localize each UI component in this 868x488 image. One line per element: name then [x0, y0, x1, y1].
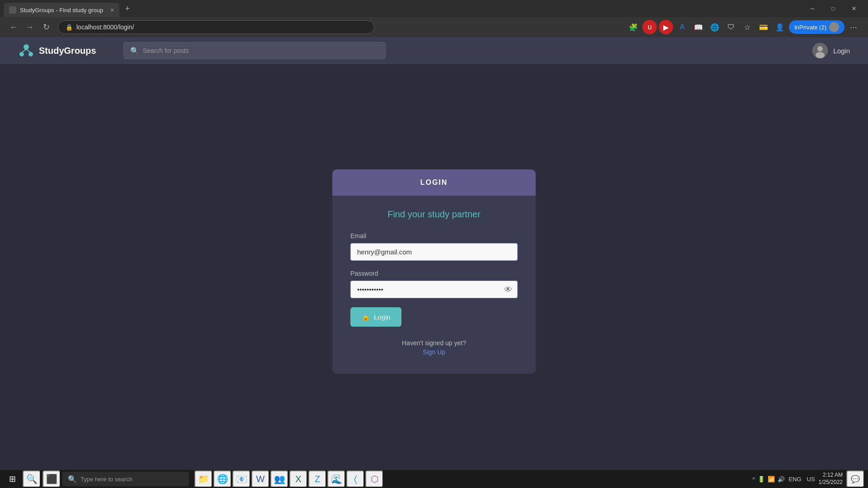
- login-link[interactable]: Login: [833, 47, 850, 55]
- email-label: Email: [350, 232, 518, 239]
- taskbar-vsstudio[interactable]: ⬡: [365, 470, 383, 488]
- notifications-button[interactable]: 💬: [846, 470, 864, 488]
- new-tab-button[interactable]: +: [121, 2, 133, 15]
- tab-close-button[interactable]: ×: [110, 7, 114, 13]
- taskbar-file-explorer[interactable]: 📁: [194, 470, 212, 488]
- globe-icon[interactable]: 🌐: [708, 20, 722, 34]
- svg-point-6: [817, 46, 823, 52]
- taskbar-word[interactable]: W: [251, 470, 269, 488]
- taskbar-right: ^ 🔋 📶 🔊 ENG US 2:12 AM 1/25/2022 💬: [752, 470, 864, 488]
- address-input[interactable]: 🔒 localhost:8000/login/: [58, 20, 374, 34]
- menu-button[interactable]: ⋯: [846, 20, 861, 34]
- lock-icon: 🔒: [66, 24, 73, 31]
- taskbar-chrome[interactable]: 🌐: [213, 470, 231, 488]
- password-input[interactable]: [350, 281, 518, 298]
- svg-point-2: [28, 52, 33, 56]
- restore-button[interactable]: □: [823, 0, 844, 17]
- card-subtitle: Find your study partner: [350, 209, 518, 220]
- network-icon: 📶: [768, 476, 775, 483]
- password-wrapper: 👁: [350, 281, 518, 298]
- taskbar-edge[interactable]: 🌊: [327, 470, 345, 488]
- refresh-button[interactable]: ↻: [40, 21, 52, 33]
- clock-time: 2:12 AM: [819, 472, 843, 479]
- forward-button[interactable]: →: [24, 21, 36, 33]
- lang-label: ENG: [788, 476, 801, 483]
- profile-icon[interactable]: 👤: [773, 20, 787, 34]
- app-name: StudyGroups: [39, 46, 96, 56]
- clock-date: 1/25/2022: [819, 479, 843, 486]
- toggle-password-button[interactable]: 👁: [504, 285, 512, 294]
- user-avatar[interactable]: [812, 43, 828, 58]
- nav-buttons: ← → ↻: [7, 21, 52, 33]
- lock-icon: 🔒: [361, 313, 370, 321]
- profile-avatar: [829, 22, 839, 32]
- back-button[interactable]: ←: [7, 21, 20, 33]
- region-label: US: [807, 476, 815, 483]
- translate-icon[interactable]: A: [675, 20, 689, 34]
- sound-icon: 🔊: [778, 476, 785, 483]
- login-button[interactable]: 🔒 Login: [350, 307, 401, 327]
- taskbar-excel[interactable]: X: [289, 470, 307, 488]
- ublock-icon[interactable]: u: [642, 20, 657, 34]
- tab-bar: StudyGroups - Find study group × + ─ □ ✕: [0, 0, 868, 17]
- email-input[interactable]: [350, 243, 518, 261]
- login-button-label: Login: [374, 313, 391, 321]
- svg-point-7: [816, 52, 825, 58]
- url-display: localhost:8000/login/: [76, 23, 134, 31]
- taskbar-search-bar[interactable]: 🔍 Type here to search: [62, 472, 189, 486]
- sys-tray-expand[interactable]: ^: [752, 476, 755, 483]
- readinglist-icon[interactable]: 📖: [691, 20, 706, 34]
- address-bar: ← → ↻ 🔒 localhost:8000/login/ 🧩 u ▶ A 📖 …: [0, 17, 868, 37]
- inprivate-button[interactable]: InPrivate (2): [789, 20, 844, 34]
- eye-icon: 👁: [504, 285, 512, 294]
- svg-line-4: [26, 49, 31, 52]
- favorites-icon[interactable]: ☆: [740, 20, 755, 34]
- active-tab[interactable]: StudyGroups - Find study group ×: [4, 3, 119, 17]
- search-bar[interactable]: 🔍: [123, 42, 386, 59]
- taskbar-taskview-button[interactable]: ⬛: [42, 470, 61, 488]
- taskbar-search-placeholder: Type here to search: [80, 476, 132, 483]
- sys-tray: ^ 🔋 📶 🔊: [752, 476, 785, 483]
- taskbar-vscode[interactable]: 〈: [346, 470, 364, 488]
- password-label: Password: [350, 270, 518, 277]
- email-group: Email: [350, 232, 518, 261]
- app-logo: StudyGroups: [18, 42, 96, 59]
- taskbar-teams[interactable]: 👥: [270, 470, 288, 488]
- avatar-icon: [812, 43, 828, 58]
- taskbar-apps: 📁 🌐 📧 W 👥 X Z 🌊 〈 ⬡: [194, 470, 383, 488]
- taskbar-search-button[interactable]: 🔍: [23, 470, 41, 488]
- logo-icon: [18, 42, 34, 59]
- browser-chrome: StudyGroups - Find study group × + ─ □ ✕…: [0, 0, 868, 37]
- svg-point-0: [24, 44, 29, 50]
- tab-favicon: [9, 6, 16, 14]
- start-button[interactable]: ⊞: [4, 470, 21, 488]
- search-icon: 🔍: [130, 47, 139, 55]
- taskbar: ⊞ 🔍 ⬛ 🔍 Type here to search 📁 🌐 📧 W 👥 X …: [0, 470, 868, 488]
- wallet-icon[interactable]: 💳: [756, 20, 771, 34]
- window-controls: ─ □ ✕: [802, 0, 864, 17]
- login-card: LOGIN Find your study partner Email Pass…: [332, 169, 536, 374]
- system-clock[interactable]: 2:12 AM 1/25/2022: [819, 472, 843, 486]
- taskbar-outlook[interactable]: 📧: [232, 470, 250, 488]
- svg-line-3: [22, 49, 26, 52]
- taskbar-search-icon: 🔍: [68, 475, 77, 483]
- close-button[interactable]: ✕: [844, 0, 864, 17]
- lang-region: ENG US: [788, 476, 815, 483]
- header-right: Login: [812, 43, 850, 58]
- svg-point-1: [19, 52, 24, 56]
- card-title: LOGIN: [341, 178, 527, 187]
- signup-link[interactable]: Sign Up: [350, 348, 518, 356]
- card-header: LOGIN: [332, 169, 536, 196]
- minimize-button[interactable]: ─: [802, 0, 823, 17]
- search-input[interactable]: [143, 47, 379, 54]
- inprivate-label: InPrivate (2): [794, 24, 826, 31]
- password-group: Password 👁: [350, 270, 518, 298]
- extensions-icon[interactable]: 🧩: [626, 20, 641, 34]
- video-icon[interactable]: ▶: [659, 20, 673, 34]
- tab-title: StudyGroups - Find study group: [20, 7, 103, 14]
- shield-icon[interactable]: 🛡: [724, 20, 738, 34]
- taskbar-zoom[interactable]: Z: [308, 470, 326, 488]
- toolbar-icons: 🧩 u ▶ A 📖 🌐 🛡 ☆ 💳 👤 InPrivate (2) ⋯: [626, 20, 861, 34]
- battery-icon: 🔋: [758, 476, 765, 483]
- main-content: LOGIN Find your study partner Email Pass…: [0, 64, 868, 470]
